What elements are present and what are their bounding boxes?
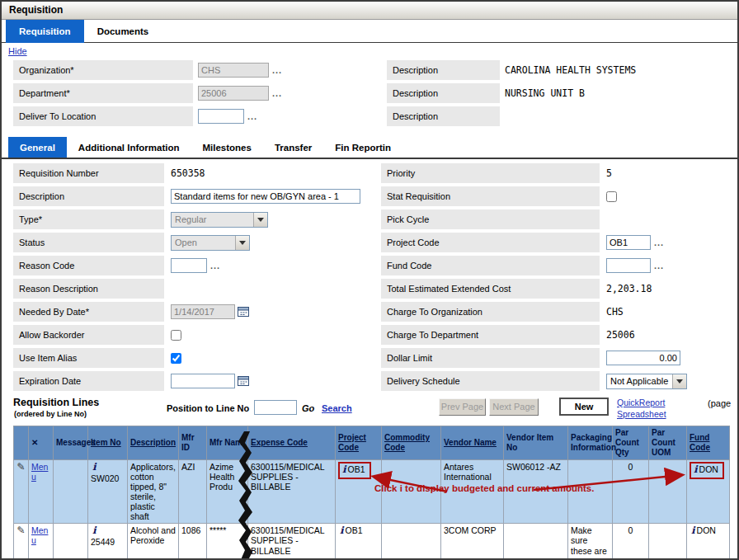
status-select[interactable]: Open [171,235,250,251]
tab-requisition[interactable]: Requisition [6,20,84,43]
project-code-input[interactable] [606,235,651,250]
organization-input[interactable] [198,63,269,78]
info-icon[interactable]: i [692,464,699,475]
header-row-organization: Organization* ... Description CAROLINA H… [13,60,737,80]
deliver-to-description-value [500,106,735,126]
calendar-icon[interactable] [238,306,250,318]
info-icon[interactable]: i [690,525,697,536]
lookup-button[interactable]: ... [247,111,257,121]
go-button[interactable]: Go [302,403,314,413]
lookup-button[interactable]: ... [210,261,220,271]
search-link[interactable]: Search [322,403,352,413]
hide-link[interactable]: Hide [8,46,27,56]
header-fund-code[interactable]: Fund Code [687,426,730,460]
tab-transfer[interactable]: Transfer [263,137,323,158]
deliver-to-location-input[interactable] [198,109,244,124]
edit-icon[interactable]: ✎ [16,525,25,536]
priority-value: 5 [600,167,729,179]
field-label: Requisition Number [13,163,164,183]
cell-par-count-qty: 0 [613,524,649,560]
cell-project-code: iOB1 [336,524,382,560]
requisition-number-value: 650358 [164,167,381,179]
tab-additional-information[interactable]: Additional Information [67,137,191,158]
header-project-code[interactable]: Project Code [336,426,382,460]
field-label: Type* [13,209,164,229]
use-item-alias-checkbox[interactable] [171,353,181,364]
lookup-button[interactable]: ... [654,238,664,247]
field-label: Deliver To Location [13,106,193,126]
menu-link[interactable]: Menu [31,525,48,545]
hide-row: Hide [2,43,737,59]
lookup-button[interactable]: ... [654,261,664,271]
tab-milestones[interactable]: Milestones [191,137,262,158]
expiration-date-input[interactable] [171,374,235,388]
field-label: Use Item Alias [13,348,164,368]
info-icon[interactable]: i [341,464,348,475]
delivery-schedule-select[interactable]: Not Applicable [606,374,687,389]
general-form: Requisition Number 650358 Description Ty… [2,163,737,394]
tab-fin-reporting[interactable]: Fin Reportin [323,137,402,158]
cell-description: Applicators, cotton tipped, 8" sterile, … [128,460,179,524]
header-row-department: Department* ... Description NURSING UNIT… [13,83,737,103]
lookup-button[interactable]: ... [272,65,282,75]
department-input[interactable] [198,86,269,101]
requisition-lines-table: ✕ Messages Item No Description Mfr ID Mf… [13,426,730,560]
total-estimated-cost-value: 2,203.18 [600,283,729,294]
lines-section-subtitle: (ordered by Line No) [14,410,87,418]
header-par-count-qty: Par Count Qty [613,426,649,460]
next-page-button[interactable]: Next Page [489,398,539,416]
field-label: Needed By Date* [13,302,164,322]
field-label: Pick Cycle [381,209,600,229]
field-label: Description [387,83,500,103]
cell-description: Alcohol and Peroxide [128,524,179,560]
quickreport-link[interactable]: QuickReport [617,398,665,407]
header-vendor-name[interactable]: Vendor Name [441,426,504,460]
tab-documents[interactable]: Documents [84,20,162,43]
header-delete[interactable]: ✕ [29,426,54,460]
table-row: ✎ Menu iSW020 Applicators, cotton tipped… [14,460,730,524]
header-commodity-code[interactable]: Commodity Code [382,426,441,460]
header-item-no[interactable]: Item No [88,426,128,460]
reason-code-input[interactable] [171,258,207,273]
header-description[interactable]: Description [128,426,179,460]
calendar-icon[interactable] [238,375,250,387]
window-title: Requisition [9,4,63,16]
type-select[interactable]: Regular [171,212,268,228]
menu-link[interactable]: Menu [31,462,48,482]
page-indicator: (page [708,398,731,408]
new-button[interactable]: New [559,398,609,416]
header-expense-code[interactable]: Expense Code [248,426,336,460]
tab-general[interactable]: General [8,137,67,158]
stat-requisition-checkbox[interactable] [606,191,617,202]
cell-menu: Menu [29,460,54,524]
spreadsheet-link[interactable]: Spreadsheet [617,409,666,419]
lookup-button[interactable]: ... [272,88,282,98]
cell-menu: Menu [29,524,54,560]
header-vendor-item-no: Vendor Item No [504,426,568,460]
cell-mfr-name: ***** [207,524,248,560]
cell-item-no: iSW020 [88,460,128,524]
field-label: Status [13,233,164,252]
field-label: Reason Description [13,279,164,299]
info-icon[interactable]: i [91,525,98,536]
header-mfr-id: Mfr ID [179,426,207,460]
dollar-limit-input[interactable] [606,351,680,365]
needed-by-date-input[interactable] [171,304,235,319]
info-icon[interactable]: i [338,525,346,536]
field-label: Charge To Department [381,325,600,345]
edit-icon[interactable]: ✎ [16,461,25,473]
header-par-count-uom: Par Count UOM [649,426,687,460]
field-label: Expiration Date [13,371,164,391]
lines-section-title: Requisition Lines [13,397,99,408]
allow-backorder-checkbox[interactable] [171,330,181,341]
table-row: ✎ Menu i25449 Alcohol and Peroxide 1086 … [14,524,730,560]
position-to-line-input[interactable] [254,400,297,415]
cell-packaging: Make sure these are room temp. [568,524,613,560]
highlight-box: iDON [690,462,724,479]
fund-code-input[interactable] [606,258,651,273]
cell-fund-code: iDON [687,524,730,560]
field-label: Total Estimated Extended Cost [381,279,600,299]
description-input[interactable] [171,189,360,204]
prev-page-button[interactable]: Prev Page [439,398,486,416]
info-icon[interactable]: i [91,461,98,473]
